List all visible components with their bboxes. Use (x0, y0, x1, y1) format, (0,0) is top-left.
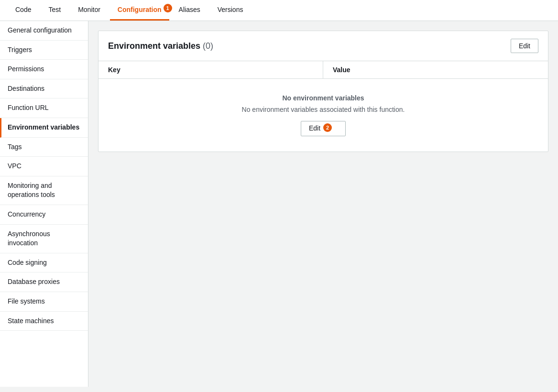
sidebar-item-tags[interactable]: Tags (0, 138, 88, 157)
sidebar-item-function-url[interactable]: Function URL (0, 98, 88, 118)
tab-monitor[interactable]: Monitor (70, 0, 108, 21)
main-layout: General configuration Triggers Permissio… (0, 21, 558, 387)
sidebar-item-general-configuration[interactable]: General configuration (0, 21, 88, 41)
sidebar-item-asynchronous-invocation[interactable]: Asynchronous invocation (0, 225, 88, 253)
column-value: Value (323, 61, 548, 78)
card-count: (0) (203, 41, 213, 51)
empty-state: No environment variables No environment … (98, 79, 548, 152)
card-header: Environment variables (0) Edit (98, 31, 548, 61)
tab-aliases[interactable]: Aliases (171, 0, 208, 21)
sidebar-item-environment-variables[interactable]: Environment variables (0, 118, 88, 138)
tab-code[interactable]: Code (8, 0, 39, 21)
sidebar-item-monitoring-and-operations-tools[interactable]: Monitoring and operations tools (0, 176, 88, 205)
sidebar-item-permissions[interactable]: Permissions (0, 60, 88, 79)
sidebar-item-destinations[interactable]: Destinations (0, 79, 88, 99)
card-title: Environment variables (0) (108, 41, 213, 51)
sidebar-item-vpc[interactable]: VPC (0, 157, 88, 176)
sidebar-item-database-proxies[interactable]: Database proxies (0, 272, 88, 292)
sidebar-item-triggers[interactable]: Triggers (0, 41, 88, 60)
sidebar: General configuration Triggers Permissio… (0, 21, 88, 387)
content-area: Environment variables (0) Edit Key Value… (88, 21, 558, 387)
sidebar-item-file-systems[interactable]: File systems (0, 292, 88, 312)
edit-button-empty-state[interactable]: Edit 2 (301, 121, 346, 136)
edit-button-badge: 2 (323, 123, 332, 132)
tab-versions[interactable]: Versions (210, 0, 251, 21)
environment-variables-card: Environment variables (0) Edit Key Value… (98, 31, 548, 152)
column-key: Key (98, 61, 323, 78)
table-header: Key Value (98, 61, 548, 79)
sidebar-item-state-machines[interactable]: State machines (0, 312, 88, 331)
tab-test[interactable]: Test (41, 0, 68, 21)
sidebar-item-concurrency[interactable]: Concurrency (0, 205, 88, 225)
tab-bar: Code Test Monitor Configuration 1 Aliase… (0, 0, 558, 21)
empty-state-title: No environment variables (108, 94, 538, 102)
tab-configuration[interactable]: Configuration 1 (110, 0, 169, 21)
sidebar-item-code-signing[interactable]: Code signing (0, 253, 88, 273)
empty-state-desc: No environment variables associated with… (108, 106, 538, 113)
edit-button-header[interactable]: Edit (511, 39, 538, 53)
